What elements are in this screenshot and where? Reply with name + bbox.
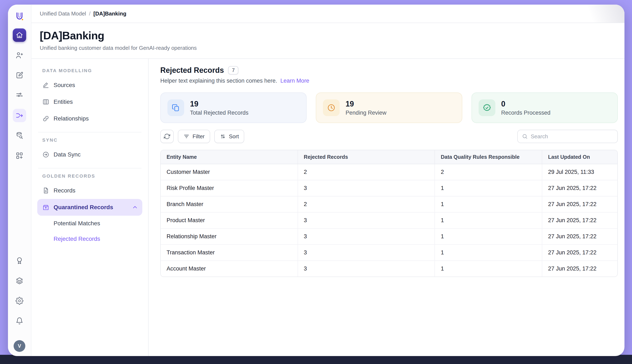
refresh-icon <box>164 133 170 140</box>
right-column: Unified Data Model / [DA]Banking [DA]Ban… <box>32 4 624 356</box>
breadcrumb-current: [DA]Banking <box>93 10 126 17</box>
award-icon[interactable] <box>13 254 26 267</box>
sidebar-item-label: Sources <box>54 82 75 88</box>
column-header-entity-name: Entity Name <box>161 150 298 164</box>
learn-more-link[interactable]: Learn More <box>280 78 309 84</box>
table-row[interactable]: Risk Profile Master3127 Jun 2025, 17:22 <box>161 180 617 196</box>
user-plus-icon[interactable] <box>13 48 26 62</box>
sidebar-item-sources[interactable]: Sources <box>37 77 142 94</box>
stat-card-records-processed: 0 Records Processed <box>471 92 618 123</box>
table-cell: 1 <box>435 196 542 212</box>
clock-icon <box>323 99 340 116</box>
stat-texts: 19 Total Rejected Records <box>190 100 248 116</box>
stat-texts: 19 Pending Review <box>345 100 386 116</box>
table-cell: 27 Jun 2025, 17:22 <box>542 228 617 244</box>
sidebar-subitem-label: Potential Matches <box>54 220 100 227</box>
bell-icon[interactable] <box>13 314 26 328</box>
layers-icon[interactable] <box>13 274 26 288</box>
blocks-plus-icon[interactable] <box>13 149 26 162</box>
table-cell: 3 <box>298 228 435 244</box>
table-cell: Product Master <box>161 212 298 228</box>
app-logo-icon[interactable] <box>13 10 26 22</box>
table-cell: 1 <box>435 261 542 276</box>
table-body: Customer Master2229 Jul 2025, 11:33Risk … <box>161 164 617 276</box>
helper-text-body: Helper text explaining this section come… <box>160 78 277 84</box>
refresh-button[interactable] <box>160 130 174 143</box>
sidebar-item-label: Records <box>54 187 75 194</box>
table-row[interactable]: Customer Master2229 Jul 2025, 11:33 <box>161 164 617 180</box>
table-cell: Risk Profile Master <box>161 180 298 196</box>
stat-texts: 0 Records Processed <box>501 100 551 116</box>
file-lines-icon <box>42 187 49 194</box>
sidebar-item-data-sync[interactable]: Data Sync <box>37 146 142 163</box>
table-cell: 27 Jun 2025, 17:22 <box>542 196 617 212</box>
table-cell: 2 <box>298 196 435 212</box>
sidebar-item-relationships[interactable]: Relationships <box>37 110 142 127</box>
gear-icon[interactable] <box>13 294 26 308</box>
box-arrow-icon <box>42 204 49 211</box>
search-input[interactable] <box>531 133 613 140</box>
table-cell: 27 Jun 2025, 17:22 <box>542 261 617 276</box>
breadcrumb-root[interactable]: Unified Data Model <box>40 10 86 17</box>
note-edit-icon[interactable] <box>13 68 26 82</box>
link-icon <box>42 115 49 122</box>
main-content: Rejected Records 7 Helper text explainin… <box>149 59 624 356</box>
page-title: [DA]Banking <box>40 29 616 42</box>
page-subtitle: Unified banking customer data model for … <box>40 45 616 51</box>
sidebar-subitem-potential-matches[interactable]: Potential Matches <box>37 216 142 231</box>
column-header-dq-rules: Data Quality Rules Responsible <box>435 150 542 164</box>
stat-value: 0 <box>501 100 551 108</box>
section-heading: Rejected Records <box>160 66 224 75</box>
table-header-row: Entity Name Rejected Records Data Qualit… <box>161 150 617 164</box>
sort-button-label: Sort <box>229 133 239 140</box>
flow-merge-icon[interactable] <box>13 109 26 122</box>
search-box[interactable] <box>517 130 618 143</box>
sidebar-item-entities[interactable]: Entities <box>37 94 142 110</box>
home-nav-icon[interactable] <box>13 28 26 42</box>
stat-label: Pending Review <box>345 110 386 116</box>
sidebar-item-label: Relationships <box>54 115 89 122</box>
table-cell: 1 <box>435 212 542 228</box>
breadcrumb-separator: / <box>89 10 90 17</box>
filter-icon <box>183 133 190 140</box>
icon-rail: V <box>8 4 32 356</box>
sliders-sparkle-icon[interactable] <box>13 89 26 102</box>
stat-label: Records Processed <box>501 110 551 116</box>
sidebar-subitem-rejected-records[interactable]: Rejected Records <box>37 231 142 247</box>
table-cell: 2 <box>435 164 542 180</box>
table-cell: Customer Master <box>161 164 298 180</box>
table-row[interactable]: Branch Master2127 Jun 2025, 17:22 <box>161 196 617 212</box>
column-header-rejected-records: Rejected Records <box>298 150 435 164</box>
stat-label: Total Rejected Records <box>190 110 248 116</box>
columns-icon <box>42 98 49 106</box>
sidebar-item-label: Entities <box>54 98 73 105</box>
desktop-taskbar-strip <box>0 355 632 364</box>
sidebar-divider <box>38 132 142 132</box>
badge-check-icon <box>479 99 495 116</box>
search-icon <box>522 134 528 139</box>
body-row: DATA MODELLING Sources En <box>32 59 624 356</box>
sidebar: DATA MODELLING Sources En <box>32 59 149 356</box>
stat-card-total-rejected: 19 Total Rejected Records <box>160 92 307 123</box>
table-cell: 3 <box>298 212 435 228</box>
sidebar-item-quarantined-records[interactable]: Quarantined Records <box>37 199 142 216</box>
table-row[interactable]: Account Master3127 Jun 2025, 17:22 <box>161 261 617 276</box>
sidebar-item-records[interactable]: Records <box>37 182 142 199</box>
table-cell: 27 Jun 2025, 17:22 <box>542 244 617 261</box>
database-search-icon[interactable] <box>13 129 26 142</box>
section-label-golden-records: GOLDEN RECORDS <box>42 174 142 179</box>
table-cell: Relationship Master <box>161 228 298 244</box>
chevron-up-icon[interactable] <box>132 204 138 210</box>
filter-button[interactable]: Filter <box>178 130 210 143</box>
sidebar-item-label: Data Sync <box>54 151 81 158</box>
table-row[interactable]: Relationship Master3127 Jun 2025, 17:22 <box>161 228 617 244</box>
table-row[interactable]: Transaction Master3127 Jun 2025, 17:22 <box>161 244 617 261</box>
page-header: [DA]Banking Unified banking customer dat… <box>32 23 624 59</box>
user-avatar[interactable]: V <box>14 340 25 352</box>
toolbar: Filter Sort <box>160 130 618 143</box>
table-row[interactable]: Product Master3127 Jun 2025, 17:22 <box>161 212 617 228</box>
copy-doc-icon <box>167 99 184 116</box>
sort-button[interactable]: Sort <box>214 130 244 143</box>
stats-row: 19 Total Rejected Records 19 Pending <box>160 92 618 123</box>
stat-card-pending-review: 19 Pending Review <box>316 92 462 123</box>
